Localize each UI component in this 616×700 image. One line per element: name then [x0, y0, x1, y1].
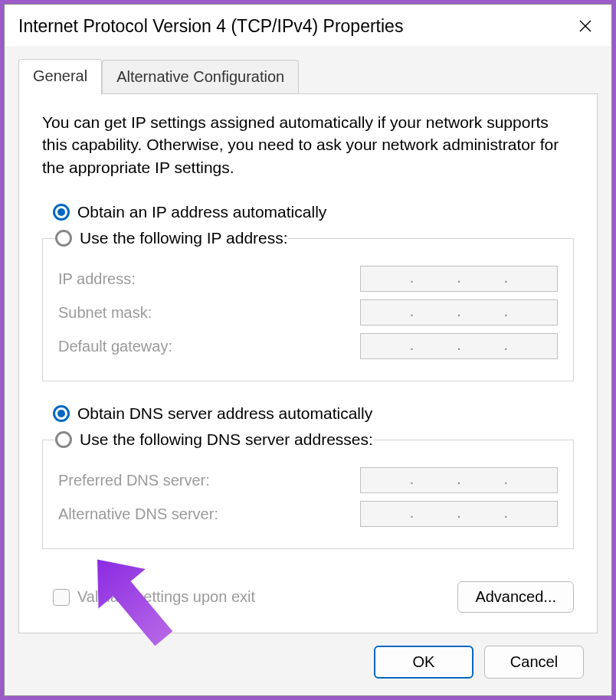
radio-icon	[53, 405, 70, 422]
field-default-gateway: Default gateway: ...	[58, 333, 558, 359]
dialog-footer: OK Cancel	[18, 633, 598, 682]
close-icon	[578, 19, 592, 33]
titlebar: Internet Protocol Version 4 (TCP/IPv4) P…	[5, 5, 611, 46]
radio-icon	[53, 204, 70, 221]
checkbox-validate-settings[interactable]: Validate settings upon exit	[53, 588, 255, 606]
checkbox-label: Validate settings upon exit	[77, 588, 255, 606]
checkbox-icon	[53, 589, 70, 606]
radio-icon	[55, 431, 72, 448]
field-label: Alternative DNS server:	[58, 505, 218, 523]
input-alternative-dns[interactable]: ...	[360, 501, 558, 527]
field-ip-address: IP address: ...	[58, 266, 558, 292]
radio-label: Use the following IP address:	[80, 229, 288, 247]
radio-label: Use the following DNS server addresses:	[80, 430, 373, 449]
field-preferred-dns: Preferred DNS server: ...	[58, 467, 558, 493]
radio-icon	[55, 230, 72, 247]
radio-use-following-ip[interactable]: Use the following IP address:	[55, 229, 288, 247]
panel-bottom-row: Validate settings upon exit Advanced...	[42, 575, 574, 617]
description-text: You can get IP settings assigned automat…	[42, 111, 574, 178]
input-preferred-dns[interactable]: ...	[360, 467, 558, 493]
close-button[interactable]	[570, 11, 601, 41]
field-label: Default gateway:	[58, 338, 172, 355]
tab-strip: General Alternative Configuration	[18, 58, 598, 93]
field-alternative-dns: Alternative DNS server: ...	[58, 501, 558, 527]
radio-obtain-dns-auto[interactable]: Obtain DNS server address automatically	[53, 404, 574, 423]
tab-general[interactable]: General	[18, 59, 102, 94]
window-title: Internet Protocol Version 4 (TCP/IPv4) P…	[18, 16, 403, 37]
field-label: Preferred DNS server:	[58, 472, 210, 489]
advanced-button[interactable]: Advanced...	[457, 581, 574, 613]
tab-panel-general: You can get IP settings assigned automat…	[18, 93, 598, 633]
field-label: Subnet mask:	[58, 304, 152, 322]
field-label: IP address:	[58, 270, 136, 288]
input-ip-address[interactable]: ...	[360, 266, 558, 292]
ok-button[interactable]: OK	[374, 646, 473, 679]
radio-label: Obtain DNS server address automatically	[77, 404, 372, 423]
input-subnet-mask[interactable]: ...	[360, 299, 558, 325]
radio-obtain-ip-auto[interactable]: Obtain an IP address automatically	[53, 203, 574, 221]
radio-use-following-dns[interactable]: Use the following DNS server addresses:	[55, 430, 373, 449]
input-default-gateway[interactable]: ...	[360, 333, 558, 359]
properties-dialog: Internet Protocol Version 4 (TCP/IPv4) P…	[4, 4, 612, 696]
field-subnet-mask: Subnet mask: ...	[58, 299, 558, 325]
group-manual-dns: Use the following DNS server addresses: …	[42, 430, 574, 549]
radio-label: Obtain an IP address automatically	[77, 203, 326, 221]
group-manual-ip: Use the following IP address: IP address…	[42, 229, 574, 381]
tab-alternative-configuration[interactable]: Alternative Configuration	[102, 60, 299, 93]
cancel-button[interactable]: Cancel	[484, 646, 584, 679]
dialog-body: General Alternative Configuration You ca…	[5, 46, 611, 695]
